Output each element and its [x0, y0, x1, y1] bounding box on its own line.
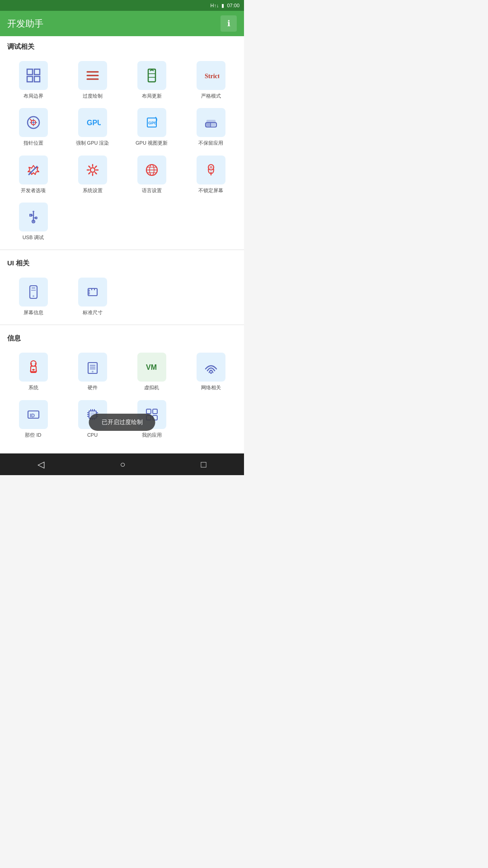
- item-no-save[interactable]: 不保留应用: [181, 104, 240, 151]
- pointer-loc-label: 指针位置: [23, 140, 43, 146]
- item-strict-mode[interactable]: Strict 严格模式: [181, 57, 240, 104]
- item-no-lock[interactable]: 不锁定屏幕: [181, 151, 240, 198]
- sys-settings-icon: [78, 156, 107, 184]
- back-icon: ◁: [38, 459, 44, 469]
- usb-debug-label: USB 调试: [23, 234, 44, 241]
- no-lock-icon: [197, 156, 225, 184]
- lang-settings-icon: [137, 156, 166, 184]
- overdraw-label: 过度绘制: [83, 93, 103, 99]
- svg-rect-2: [27, 76, 33, 82]
- home-icon: ○: [120, 459, 125, 469]
- svg-rect-77: [146, 409, 151, 414]
- item-layout-border[interactable]: 布局边界: [4, 57, 63, 104]
- lang-settings-label: 语言设置: [142, 187, 162, 193]
- screen-info-label: 屏幕信息: [23, 309, 43, 316]
- info-icon: ℹ: [227, 19, 230, 28]
- layout-update-label: 布局更新: [142, 93, 162, 99]
- item-gpu-update[interactable]: GPU GPU 视图更新: [122, 104, 181, 151]
- svg-point-60: [210, 372, 212, 374]
- sys-settings-label: 系统设置: [83, 187, 103, 193]
- system-icon: [19, 353, 48, 382]
- std-size-label: 标准尺寸: [83, 309, 103, 316]
- svg-rect-3: [34, 76, 40, 82]
- no-save-icon: [197, 108, 225, 137]
- item-overdraw[interactable]: 过度绘制: [63, 57, 122, 104]
- svg-point-30: [210, 166, 212, 169]
- item-ids[interactable]: ID 那些 ID: [4, 396, 63, 443]
- item-hardware[interactable]: 硬件: [63, 348, 122, 395]
- svg-text:ID: ID: [30, 413, 35, 418]
- ids-icon: ID: [19, 400, 48, 429]
- status-icons: H↑↓: [211, 3, 219, 8]
- svg-point-58: [92, 371, 94, 373]
- item-vm[interactable]: VM 虚拟机: [122, 348, 181, 395]
- item-screen-info[interactable]: 屏幕信息: [4, 273, 63, 320]
- svg-line-21: [29, 173, 31, 175]
- recent-icon: □: [201, 459, 206, 469]
- debug-grid: 布局边界 过度绘制 布局更新: [0, 55, 244, 247]
- std-size-icon: [78, 278, 107, 307]
- section-title-debug: 调试相关: [0, 36, 244, 55]
- item-dev-options[interactable]: 开发者选项: [4, 151, 63, 198]
- ids-label: 那些 ID: [25, 432, 41, 438]
- battery-icon: ▮: [221, 3, 224, 9]
- recent-button[interactable]: □: [190, 456, 217, 473]
- force-gpu-icon: GPU: [78, 108, 107, 137]
- svg-point-22: [90, 168, 95, 172]
- layout-update-icon: [137, 61, 166, 90]
- hardware-icon: [78, 353, 107, 382]
- dev-options-label: 开发者选项: [21, 187, 46, 193]
- item-std-size[interactable]: 标准尺寸: [63, 273, 122, 320]
- svg-rect-1: [34, 69, 40, 75]
- network-icon: [197, 353, 225, 382]
- strict-mode-icon: Strict: [197, 61, 225, 90]
- item-system[interactable]: 系统: [4, 348, 63, 395]
- layout-border-icon: [19, 61, 48, 90]
- dev-options-icon: [19, 156, 48, 184]
- section-title-ui: UI 相关: [0, 253, 244, 271]
- cpu-label: CPU: [87, 432, 98, 438]
- info-section: 系统 硬件 VM: [0, 346, 244, 444]
- gpu-update-label: GPU 视图更新: [136, 140, 168, 146]
- item-usb-debug[interactable]: USB 调试: [4, 198, 63, 245]
- item-network[interactable]: 网络相关: [181, 348, 240, 395]
- item-lang-settings[interactable]: 语言设置: [122, 151, 181, 198]
- svg-rect-78: [153, 409, 157, 414]
- app-title: 开发助手: [7, 18, 43, 30]
- overdraw-icon: [78, 61, 107, 90]
- section-title-info: 信息: [0, 328, 244, 346]
- info-button[interactable]: ℹ: [221, 15, 237, 32]
- svg-text:Strict: Strict: [205, 73, 219, 80]
- gpu-update-icon: GPU: [137, 108, 166, 137]
- system-label: 系统: [28, 384, 38, 391]
- svg-rect-7: [148, 69, 155, 82]
- network-label: 网络相关: [201, 384, 221, 391]
- home-button[interactable]: ○: [109, 456, 136, 473]
- navigation-bar: ◁ ○ □: [0, 453, 244, 475]
- item-force-gpu[interactable]: GPU 强制 GPU 渲染: [63, 104, 122, 151]
- svg-text:GPU: GPU: [87, 119, 101, 127]
- svg-rect-19: [206, 123, 211, 127]
- item-layout-update[interactable]: 布局更新: [122, 57, 181, 104]
- toast-message: 已开启过度绘制: [89, 414, 155, 431]
- layout-border-label: 布局边界: [23, 93, 43, 99]
- my-apps-label: 我的应用: [142, 432, 162, 438]
- strict-mode-label: 严格模式: [201, 93, 221, 99]
- svg-text:VM: VM: [146, 363, 157, 371]
- ui-grid: 屏幕信息 标准尺寸: [0, 271, 244, 322]
- back-button[interactable]: ◁: [27, 455, 55, 473]
- svg-point-40: [33, 295, 34, 297]
- main-content: 调试相关 布局边界 过度绘制: [0, 36, 244, 453]
- item-sys-settings[interactable]: 系统设置: [63, 151, 122, 198]
- pointer-loc-icon: [19, 108, 48, 137]
- vm-label: 虚拟机: [144, 384, 159, 391]
- divider-debug-ui: [0, 250, 244, 250]
- no-save-label: 不保留应用: [198, 140, 223, 146]
- item-pointer-loc[interactable]: 指针位置: [4, 104, 63, 151]
- usb-debug-icon: [19, 203, 48, 231]
- hardware-label: 硬件: [88, 384, 98, 391]
- app-bar: 开发助手 ℹ: [0, 11, 244, 36]
- svg-text:GPU: GPU: [148, 121, 157, 125]
- svg-rect-0: [27, 69, 33, 75]
- status-bar: H↑↓ ▮ 07:00: [0, 0, 244, 11]
